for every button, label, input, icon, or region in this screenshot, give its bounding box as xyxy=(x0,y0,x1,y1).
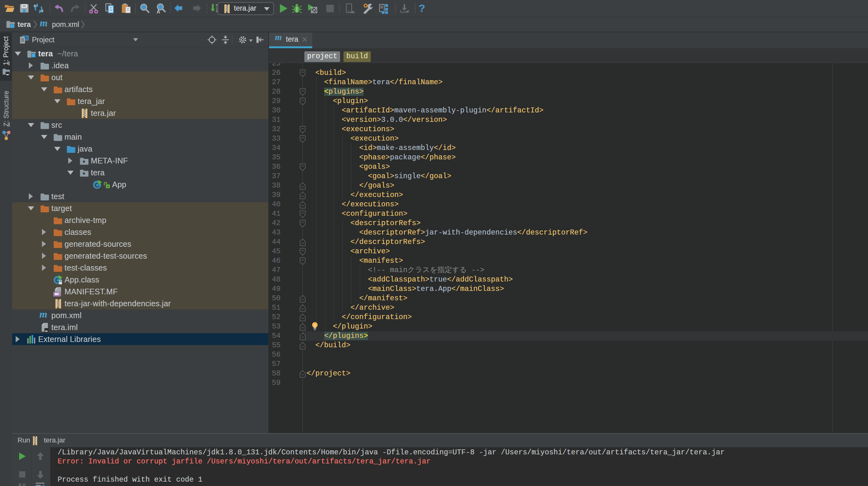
svg-text:A: A xyxy=(157,9,160,14)
